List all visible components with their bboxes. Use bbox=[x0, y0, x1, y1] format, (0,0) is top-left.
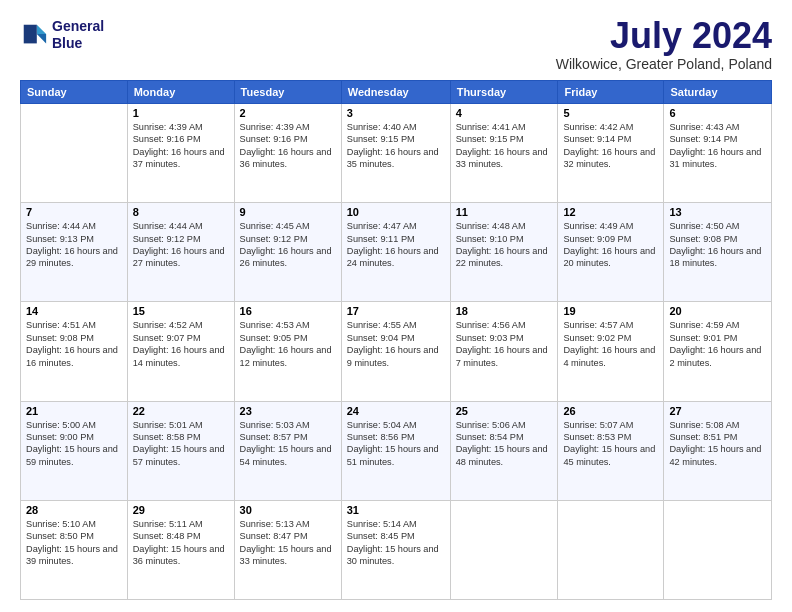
day-info: Sunrise: 4:53 AM Sunset: 9:05 PM Dayligh… bbox=[240, 319, 336, 369]
location: Wilkowice, Greater Poland, Poland bbox=[556, 56, 772, 72]
table-row: 24Sunrise: 5:04 AM Sunset: 8:56 PM Dayli… bbox=[341, 401, 450, 500]
table-row: 29Sunrise: 5:11 AM Sunset: 8:48 PM Dayli… bbox=[127, 500, 234, 599]
table-row: 14Sunrise: 4:51 AM Sunset: 9:08 PM Dayli… bbox=[21, 302, 128, 401]
day-number: 15 bbox=[133, 305, 229, 317]
day-number: 30 bbox=[240, 504, 336, 516]
day-info: Sunrise: 5:01 AM Sunset: 8:58 PM Dayligh… bbox=[133, 419, 229, 469]
table-row: 16Sunrise: 4:53 AM Sunset: 9:05 PM Dayli… bbox=[234, 302, 341, 401]
col-monday: Monday bbox=[127, 81, 234, 104]
table-row: 7Sunrise: 4:44 AM Sunset: 9:13 PM Daylig… bbox=[21, 203, 128, 302]
table-row: 22Sunrise: 5:01 AM Sunset: 8:58 PM Dayli… bbox=[127, 401, 234, 500]
table-row: 19Sunrise: 4:57 AM Sunset: 9:02 PM Dayli… bbox=[558, 302, 664, 401]
day-info: Sunrise: 4:41 AM Sunset: 9:15 PM Dayligh… bbox=[456, 121, 553, 171]
day-info: Sunrise: 5:13 AM Sunset: 8:47 PM Dayligh… bbox=[240, 518, 336, 568]
logo: General Blue bbox=[20, 18, 104, 52]
table-row: 2Sunrise: 4:39 AM Sunset: 9:16 PM Daylig… bbox=[234, 104, 341, 203]
day-info: Sunrise: 4:55 AM Sunset: 9:04 PM Dayligh… bbox=[347, 319, 445, 369]
day-number: 19 bbox=[563, 305, 658, 317]
day-info: Sunrise: 4:52 AM Sunset: 9:07 PM Dayligh… bbox=[133, 319, 229, 369]
table-row: 6Sunrise: 4:43 AM Sunset: 9:14 PM Daylig… bbox=[664, 104, 772, 203]
table-row: 26Sunrise: 5:07 AM Sunset: 8:53 PM Dayli… bbox=[558, 401, 664, 500]
day-number: 31 bbox=[347, 504, 445, 516]
table-row bbox=[450, 500, 558, 599]
table-row: 23Sunrise: 5:03 AM Sunset: 8:57 PM Dayli… bbox=[234, 401, 341, 500]
table-row: 15Sunrise: 4:52 AM Sunset: 9:07 PM Dayli… bbox=[127, 302, 234, 401]
day-info: Sunrise: 4:40 AM Sunset: 9:15 PM Dayligh… bbox=[347, 121, 445, 171]
table-row: 4Sunrise: 4:41 AM Sunset: 9:15 PM Daylig… bbox=[450, 104, 558, 203]
day-number: 7 bbox=[26, 206, 122, 218]
day-number: 20 bbox=[669, 305, 766, 317]
day-info: Sunrise: 5:04 AM Sunset: 8:56 PM Dayligh… bbox=[347, 419, 445, 469]
day-number: 4 bbox=[456, 107, 553, 119]
col-wednesday: Wednesday bbox=[341, 81, 450, 104]
calendar-header-row: Sunday Monday Tuesday Wednesday Thursday… bbox=[21, 81, 772, 104]
day-number: 25 bbox=[456, 405, 553, 417]
day-number: 6 bbox=[669, 107, 766, 119]
day-number: 1 bbox=[133, 107, 229, 119]
day-info: Sunrise: 4:49 AM Sunset: 9:09 PM Dayligh… bbox=[563, 220, 658, 270]
table-row: 18Sunrise: 4:56 AM Sunset: 9:03 PM Dayli… bbox=[450, 302, 558, 401]
day-number: 11 bbox=[456, 206, 553, 218]
day-info: Sunrise: 4:44 AM Sunset: 9:13 PM Dayligh… bbox=[26, 220, 122, 270]
day-number: 13 bbox=[669, 206, 766, 218]
title-area: July 2024 Wilkowice, Greater Poland, Pol… bbox=[556, 18, 772, 72]
calendar-body: 1Sunrise: 4:39 AM Sunset: 9:16 PM Daylig… bbox=[21, 104, 772, 600]
logo-icon bbox=[20, 21, 48, 49]
table-row: 5Sunrise: 4:42 AM Sunset: 9:14 PM Daylig… bbox=[558, 104, 664, 203]
table-row bbox=[664, 500, 772, 599]
day-info: Sunrise: 4:45 AM Sunset: 9:12 PM Dayligh… bbox=[240, 220, 336, 270]
day-number: 28 bbox=[26, 504, 122, 516]
page: General Blue July 2024 Wilkowice, Greate… bbox=[0, 0, 792, 612]
day-info: Sunrise: 4:50 AM Sunset: 9:08 PM Dayligh… bbox=[669, 220, 766, 270]
day-number: 29 bbox=[133, 504, 229, 516]
day-info: Sunrise: 4:57 AM Sunset: 9:02 PM Dayligh… bbox=[563, 319, 658, 369]
table-row: 3Sunrise: 4:40 AM Sunset: 9:15 PM Daylig… bbox=[341, 104, 450, 203]
col-friday: Friday bbox=[558, 81, 664, 104]
table-row: 10Sunrise: 4:47 AM Sunset: 9:11 PM Dayli… bbox=[341, 203, 450, 302]
table-row: 25Sunrise: 5:06 AM Sunset: 8:54 PM Dayli… bbox=[450, 401, 558, 500]
day-info: Sunrise: 4:43 AM Sunset: 9:14 PM Dayligh… bbox=[669, 121, 766, 171]
day-info: Sunrise: 5:11 AM Sunset: 8:48 PM Dayligh… bbox=[133, 518, 229, 568]
day-number: 18 bbox=[456, 305, 553, 317]
table-row: 21Sunrise: 5:00 AM Sunset: 9:00 PM Dayli… bbox=[21, 401, 128, 500]
svg-marker-1 bbox=[37, 34, 46, 43]
svg-rect-2 bbox=[24, 25, 37, 44]
day-info: Sunrise: 4:44 AM Sunset: 9:12 PM Dayligh… bbox=[133, 220, 229, 270]
calendar-week-row: 1Sunrise: 4:39 AM Sunset: 9:16 PM Daylig… bbox=[21, 104, 772, 203]
col-saturday: Saturday bbox=[664, 81, 772, 104]
day-info: Sunrise: 5:08 AM Sunset: 8:51 PM Dayligh… bbox=[669, 419, 766, 469]
day-info: Sunrise: 5:03 AM Sunset: 8:57 PM Dayligh… bbox=[240, 419, 336, 469]
day-number: 17 bbox=[347, 305, 445, 317]
table-row: 9Sunrise: 4:45 AM Sunset: 9:12 PM Daylig… bbox=[234, 203, 341, 302]
table-row: 11Sunrise: 4:48 AM Sunset: 9:10 PM Dayli… bbox=[450, 203, 558, 302]
day-info: Sunrise: 5:06 AM Sunset: 8:54 PM Dayligh… bbox=[456, 419, 553, 469]
header: General Blue July 2024 Wilkowice, Greate… bbox=[20, 18, 772, 72]
day-number: 14 bbox=[26, 305, 122, 317]
calendar-week-row: 7Sunrise: 4:44 AM Sunset: 9:13 PM Daylig… bbox=[21, 203, 772, 302]
table-row: 30Sunrise: 5:13 AM Sunset: 8:47 PM Dayli… bbox=[234, 500, 341, 599]
day-number: 23 bbox=[240, 405, 336, 417]
calendar-week-row: 21Sunrise: 5:00 AM Sunset: 9:00 PM Dayli… bbox=[21, 401, 772, 500]
day-info: Sunrise: 4:59 AM Sunset: 9:01 PM Dayligh… bbox=[669, 319, 766, 369]
day-number: 22 bbox=[133, 405, 229, 417]
day-info: Sunrise: 5:10 AM Sunset: 8:50 PM Dayligh… bbox=[26, 518, 122, 568]
day-info: Sunrise: 4:39 AM Sunset: 9:16 PM Dayligh… bbox=[240, 121, 336, 171]
table-row: 13Sunrise: 4:50 AM Sunset: 9:08 PM Dayli… bbox=[664, 203, 772, 302]
day-info: Sunrise: 5:00 AM Sunset: 9:00 PM Dayligh… bbox=[26, 419, 122, 469]
table-row: 8Sunrise: 4:44 AM Sunset: 9:12 PM Daylig… bbox=[127, 203, 234, 302]
table-row: 17Sunrise: 4:55 AM Sunset: 9:04 PM Dayli… bbox=[341, 302, 450, 401]
day-number: 10 bbox=[347, 206, 445, 218]
svg-marker-0 bbox=[37, 25, 46, 34]
day-info: Sunrise: 5:14 AM Sunset: 8:45 PM Dayligh… bbox=[347, 518, 445, 568]
day-number: 2 bbox=[240, 107, 336, 119]
day-number: 8 bbox=[133, 206, 229, 218]
table-row: 27Sunrise: 5:08 AM Sunset: 8:51 PM Dayli… bbox=[664, 401, 772, 500]
col-sunday: Sunday bbox=[21, 81, 128, 104]
day-number: 12 bbox=[563, 206, 658, 218]
table-row: 28Sunrise: 5:10 AM Sunset: 8:50 PM Dayli… bbox=[21, 500, 128, 599]
day-info: Sunrise: 4:42 AM Sunset: 9:14 PM Dayligh… bbox=[563, 121, 658, 171]
calendar-week-row: 14Sunrise: 4:51 AM Sunset: 9:08 PM Dayli… bbox=[21, 302, 772, 401]
col-tuesday: Tuesday bbox=[234, 81, 341, 104]
logo-text: General Blue bbox=[52, 18, 104, 52]
day-number: 26 bbox=[563, 405, 658, 417]
